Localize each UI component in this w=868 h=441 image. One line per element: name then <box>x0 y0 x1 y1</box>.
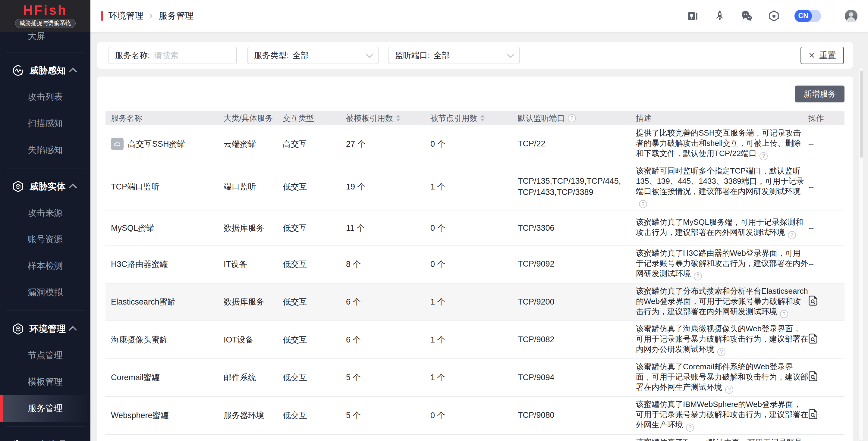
interaction-type: 低交互 <box>283 296 346 307</box>
sidebar-item[interactable]: 模板管理 <box>0 369 90 395</box>
help-icon[interactable]: ? <box>725 385 733 394</box>
sidebar-item-label: 攻击列表 <box>28 92 63 101</box>
help-icon[interactable]: ? <box>788 231 796 239</box>
reset-button[interactable]: ✕ 重置 <box>801 47 844 64</box>
service-description: 该蜜罐仿真了分布式搜索和分析平台Elasticsearch的Web登录界面，可用… <box>636 286 808 318</box>
sidebar-item[interactable]: 漏洞模拟 <box>0 279 90 306</box>
section-items-threat-perception: 攻击列表扫描感知失陷感知 <box>0 84 90 163</box>
listen-port-value: 全部 <box>434 50 450 61</box>
sort-desc-icon[interactable] <box>480 119 485 121</box>
preview-action-button[interactable] <box>808 371 818 382</box>
sidebar-section-threat-perception[interactable]: 威胁感知 <box>0 57 90 84</box>
preview-action-button[interactable] <box>808 295 818 306</box>
preview-action-button[interactable] <box>808 334 818 344</box>
service-type-label: 服务类型: <box>254 50 289 61</box>
service-name: Websphere蜜罐 <box>111 410 169 421</box>
help-icon[interactable]: ? <box>717 348 725 356</box>
action-cell <box>808 295 844 308</box>
add-service-button[interactable]: 新增服务 <box>795 86 844 102</box>
scrollbar-thumb[interactable] <box>860 70 863 158</box>
service-type-select[interactable]: 服务类型: 全部 <box>247 47 378 64</box>
section-label: 威胁感知 <box>30 64 71 77</box>
sidebar-item-label: 失陷感知 <box>28 145 63 155</box>
sidebar-item[interactable]: 扫描感知 <box>0 110 90 137</box>
brand-logo-area[interactable]: HFish 威胁捕捉与诱骗系统 <box>0 0 90 32</box>
chat-bubbles-icon[interactable] <box>740 9 753 23</box>
sidebar-item-label: 模板管理 <box>28 377 63 386</box>
col-header-category: 大类/具体服务 <box>224 113 283 124</box>
brand-tagline: 威胁捕捉与诱骗系统 <box>15 19 76 28</box>
sidebar-section-threat-entity[interactable]: 威胁实体 <box>0 173 90 200</box>
chevron-down-icon <box>366 51 373 58</box>
listen-port-select[interactable]: 监听端口: 全部 <box>389 47 520 64</box>
help-icon[interactable]: ? <box>686 423 694 432</box>
service-description: 该蜜罐仿真了IBMWebSphere的Web登录界面，可用于记录账号暴力破解和攻… <box>636 399 808 432</box>
help-icon[interactable]: ? <box>760 152 768 160</box>
rocket-upgrade-icon[interactable] <box>713 9 726 23</box>
scrollbar[interactable] <box>859 68 864 441</box>
service-category: 服务器环境 <box>224 410 283 421</box>
cloud-icon <box>111 138 124 150</box>
sort-asc-icon[interactable] <box>480 115 485 118</box>
sidebar-item-dashboard[interactable]: 大屏 <box>0 32 90 47</box>
service-category: IOT设备 <box>224 334 283 345</box>
action-cell: -- <box>808 223 844 233</box>
preview-action-button[interactable] <box>808 409 818 420</box>
sidebar-item-label: 漏洞模拟 <box>28 287 63 297</box>
sidebar-item[interactable]: 节点管理 <box>0 342 90 369</box>
action-cell <box>808 334 844 346</box>
sidebar-item[interactable]: 服务管理 <box>0 395 90 422</box>
sort-control[interactable] <box>480 115 485 121</box>
table-row: Elasticsearch蜜罐 数据库服务 低交互 6 个 1 个 TCP/92… <box>105 283 844 321</box>
breadcrumb-parent[interactable]: 环境管理 <box>108 10 144 22</box>
language-toggle-knob: CN <box>795 10 812 22</box>
default-ports: TCP/22 <box>518 138 636 149</box>
help-icon[interactable]: ? <box>639 200 647 208</box>
section-label: 威胁实体 <box>30 181 71 193</box>
help-icon[interactable]: ? <box>568 114 576 122</box>
gears-icon <box>11 438 25 441</box>
sort-asc-icon[interactable] <box>396 115 400 118</box>
sidebar-section-environment[interactable]: 环境管理 <box>0 316 90 342</box>
service-name-filter[interactable]: 服务名称: <box>108 47 237 64</box>
sidebar-item-label: 样本检测 <box>28 261 63 271</box>
sidebar-nav: 大屏 威胁感知 攻击列表扫描感知失陷感知 威胁实体 攻击来源账号资源样本检测漏洞… <box>0 32 90 441</box>
col-header-node-refs: 被节点引用数 <box>430 113 518 124</box>
service-name-cell: 海康摄像头蜜罐 <box>105 334 224 345</box>
node-ref-count: 1 个 <box>430 334 518 345</box>
hexagon-shield-icon[interactable] <box>767 9 781 23</box>
service-name: 海康摄像头蜜罐 <box>111 334 168 345</box>
radar-icon <box>11 64 25 77</box>
sidebar-item[interactable]: 样本检测 <box>0 253 90 279</box>
topbar: 环境管理 › 服务管理 CN <box>90 0 868 32</box>
template-ref-count: 6 个 <box>346 334 430 345</box>
sidebar-item[interactable]: 攻击列表 <box>0 84 90 110</box>
service-name-input[interactable] <box>154 51 227 61</box>
col-header-ports: 默认监听端口? <box>518 113 636 124</box>
user-avatar[interactable] <box>834 9 868 23</box>
sidebar-item[interactable]: 攻击来源 <box>0 200 90 226</box>
sidebar-section-platform[interactable]: 平台管理 <box>0 432 90 441</box>
language-toggle[interactable]: CN <box>795 10 821 22</box>
sidebar-item[interactable]: 失陷感知 <box>0 137 90 163</box>
topbar-actions: CN <box>686 0 868 32</box>
service-description: 该蜜罐仿真了MySQL服务端，可用于记录探测和攻击行为，建议部署在内外网研发测试… <box>636 217 808 239</box>
service-name: MySQL蜜罐 <box>111 223 154 233</box>
table-row: Coremail蜜罐 邮件系统 低交互 5 个 1 个 TCP/9094 该蜜罐… <box>105 358 844 397</box>
sort-control[interactable] <box>396 115 400 121</box>
service-name: 高交互SSH蜜罐 <box>128 138 185 149</box>
section-items-environment: 节点管理模板管理服务管理 <box>0 342 90 422</box>
hexagon-cube-icon <box>11 322 25 336</box>
interaction-type: 低交互 <box>283 410 346 421</box>
help-icon[interactable]: ? <box>694 272 702 280</box>
section-label: 环境管理 <box>30 323 71 335</box>
filter-bar: 服务名称: 服务类型: 全部 监听端口: 全部 ✕ 重置 <box>97 42 853 69</box>
sort-desc-icon[interactable] <box>396 119 400 121</box>
docs-tips-icon[interactable] <box>686 9 699 23</box>
interaction-type: 低交互 <box>283 372 346 383</box>
sidebar-item[interactable]: 账号资源 <box>0 226 90 253</box>
service-category: 端口监听 <box>224 181 283 192</box>
help-icon[interactable]: ? <box>780 310 788 318</box>
active-indicator <box>0 395 3 422</box>
service-description: 该蜜罐仿真了Coremail邮件系统的Web登录界面，可用于记录账号暴力破解和攻… <box>636 361 808 394</box>
